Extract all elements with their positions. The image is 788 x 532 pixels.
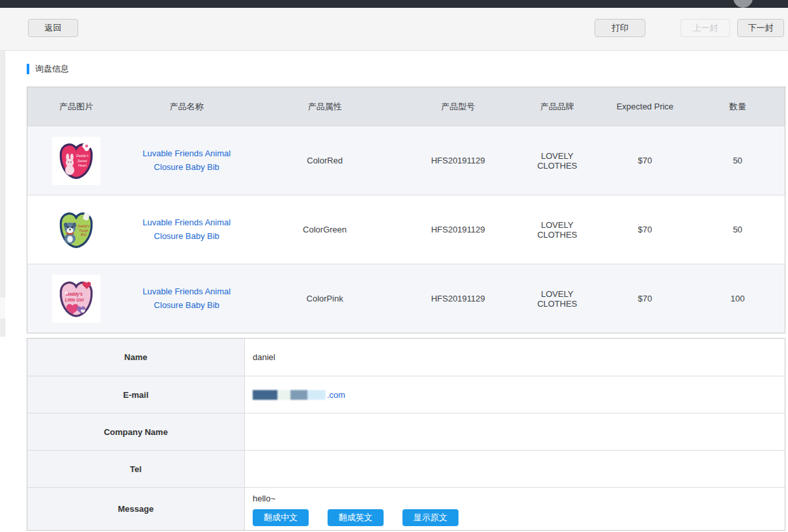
expected-price: $70 xyxy=(599,126,690,195)
svg-text:Heart: Heart xyxy=(78,163,87,167)
header-product-name: 产品名称 xyxy=(125,87,249,126)
header-quantity: 数量 xyxy=(690,87,785,126)
svg-text:Daddy's: Daddy's xyxy=(76,154,89,158)
tel-value xyxy=(245,451,785,487)
section-accent-bar xyxy=(27,64,29,74)
quantity: 50 xyxy=(690,126,785,195)
svg-text:Sweet: Sweet xyxy=(77,158,87,162)
expected-price: $70 xyxy=(599,264,690,333)
product-brand: LOVELY CLOTHES xyxy=(515,195,600,264)
pink-hearts-bib-image: Daddy's Little Girl xyxy=(54,277,98,321)
toolbar: 返回 打印 上一封 下一封 xyxy=(0,8,788,51)
svg-text:Boy: Boy xyxy=(81,232,87,236)
header-expected-price: Expected Price xyxy=(599,87,690,126)
top-bar xyxy=(0,0,788,8)
company-name-label: Company Name xyxy=(27,413,245,450)
translate-to-chinese-button[interactable]: 翻成中文 xyxy=(253,509,309,526)
svg-text:Daddy's: Daddy's xyxy=(77,224,90,228)
quantity: 100 xyxy=(690,264,785,333)
inquiry-contact-table: Name daniel E-mail .com Company Name Tel… xyxy=(27,338,785,531)
form-row-company: Company Name xyxy=(27,413,785,450)
red-bunny-bib-image: Daddy's Sweet Heart xyxy=(54,139,98,183)
product-model: HFS20191129 xyxy=(401,264,515,333)
product-model: HFS20191129 xyxy=(401,195,515,264)
email-value[interactable]: .com xyxy=(327,390,345,400)
message-value: hello~ xyxy=(253,492,275,505)
next-mail-button[interactable]: 下一封 xyxy=(737,19,784,37)
sidebar-handle[interactable] xyxy=(0,298,5,318)
form-row-message: Message hello~ 翻成中文 翻成英文 显示原文 xyxy=(27,487,785,530)
product-brand: LOVELY CLOTHES xyxy=(515,264,600,333)
translate-to-english-button[interactable]: 翻成英文 xyxy=(328,509,384,526)
print-button[interactable]: 打印 xyxy=(595,19,645,37)
svg-text:Tough: Tough xyxy=(79,228,88,232)
name-value: daniel xyxy=(245,339,785,376)
table-row: Daddy's Sweet Heart Luvable Friends Anim… xyxy=(27,126,785,195)
pink-hearts-bib-image[interactable]: Daddy's Little Girl xyxy=(52,275,100,323)
product-name-link[interactable]: Luvable Friends Animal Closure Baby Bib xyxy=(130,285,244,311)
table-row: Daddy's Little Girl Luvable Friends Anim… xyxy=(27,264,785,333)
name-label: Name xyxy=(27,339,245,376)
product-table-header: 产品图片 产品名称 产品属性 产品型号 产品品牌 Expected Price … xyxy=(27,87,785,126)
table-row: Daddy's Tough Boy Luvable Friends Animal… xyxy=(27,195,785,264)
header-product-attr: 产品属性 xyxy=(248,87,401,126)
show-original-button[interactable]: 显示原文 xyxy=(402,509,458,526)
back-button[interactable]: 返回 xyxy=(28,19,78,37)
svg-text:Little Girl: Little Girl xyxy=(65,297,84,301)
svg-text:Daddy's: Daddy's xyxy=(66,292,83,297)
page-title: 询盘信息 xyxy=(35,63,69,75)
header-product-image: 产品图片 xyxy=(27,87,125,126)
section-header: 询盘信息 xyxy=(27,63,69,75)
product-attribute: ColorRed xyxy=(248,126,401,195)
product-attribute: ColorPink xyxy=(248,264,401,333)
header-product-model: 产品型号 xyxy=(401,87,515,126)
user-avatar[interactable] xyxy=(733,0,753,8)
header-product-brand: 产品品牌 xyxy=(515,87,600,126)
message-label: Message xyxy=(27,488,245,530)
product-brand: LOVELY CLOTHES xyxy=(515,126,600,195)
email-label: E-mail xyxy=(27,376,245,413)
previous-mail-button[interactable]: 上一封 xyxy=(681,19,730,37)
tel-label: Tel xyxy=(27,451,245,487)
green-dog-bib-image[interactable]: Daddy's Tough Boy xyxy=(52,206,100,254)
form-row-name: Name daniel xyxy=(27,339,785,376)
product-model: HFS20191129 xyxy=(401,126,515,195)
quantity: 50 xyxy=(690,195,785,264)
form-row-tel: Tel xyxy=(27,450,785,487)
red-bunny-bib-image[interactable]: Daddy's Sweet Heart xyxy=(52,137,100,185)
company-name-value xyxy=(245,413,785,450)
collapsed-sidebar-strip xyxy=(0,8,5,337)
form-row-email: E-mail .com xyxy=(27,376,785,413)
product-table: 产品图片 产品名称 产品属性 产品型号 产品品牌 Expected Price … xyxy=(27,87,785,333)
product-name-link[interactable]: Luvable Friends Animal Closure Baby Bib xyxy=(130,147,244,173)
product-attribute: ColorGreen xyxy=(248,195,401,264)
product-name-link[interactable]: Luvable Friends Animal Closure Baby Bib xyxy=(130,216,244,242)
redacted-email-blocks xyxy=(253,390,326,400)
green-dog-bib-image: Daddy's Tough Boy xyxy=(54,208,98,252)
expected-price: $70 xyxy=(599,195,690,264)
